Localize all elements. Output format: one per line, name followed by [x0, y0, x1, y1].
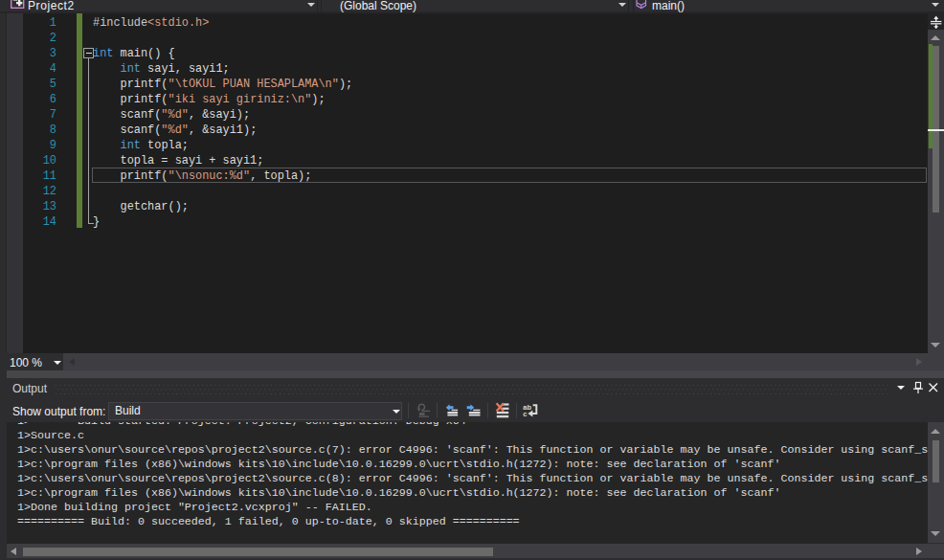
svg-text:c: c	[523, 410, 527, 418]
